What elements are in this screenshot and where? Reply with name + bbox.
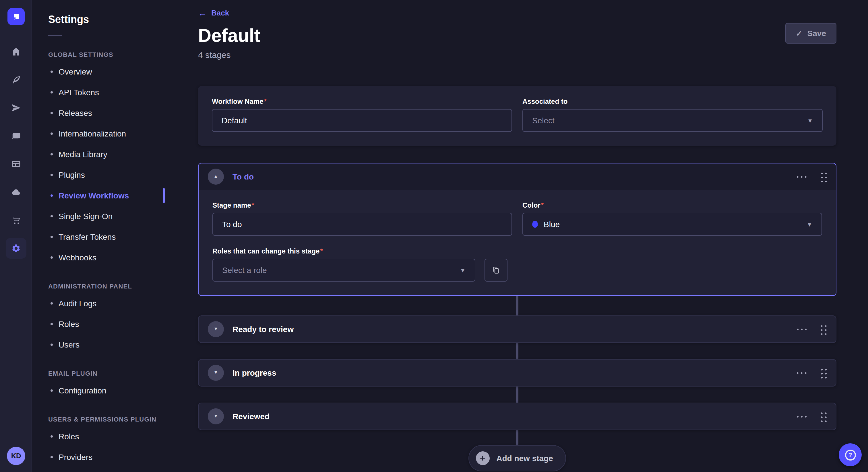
label-text: Roles that can change this stage xyxy=(212,247,319,255)
page-title: Default xyxy=(198,25,836,46)
help-button[interactable]: ? xyxy=(839,443,862,466)
content-manager-layout-icon[interactable] xyxy=(5,154,26,174)
stage-actions xyxy=(796,367,827,378)
bullet-icon xyxy=(51,236,53,238)
sidebar-item-webhooks[interactable]: Webhooks xyxy=(33,247,165,268)
stage-actions xyxy=(796,171,827,182)
bullet-icon xyxy=(51,256,53,259)
marketplace-cart-icon[interactable] xyxy=(5,210,26,231)
rail-divider xyxy=(0,33,32,33)
save-button[interactable]: ✓ Save xyxy=(786,23,836,43)
bullet-icon xyxy=(51,71,53,73)
stage-color-select[interactable]: Blue ▼ xyxy=(522,213,822,236)
bullet-icon xyxy=(51,194,53,197)
back-link[interactable]: ← Back xyxy=(198,8,229,18)
blue-color-dot-icon xyxy=(532,221,538,228)
stage-name-field: Stage name* xyxy=(212,201,512,236)
drag-handle-icon[interactable] xyxy=(820,171,827,182)
select-placeholder: Select xyxy=(532,116,803,125)
sidebar-item-up-providers[interactable]: Providers xyxy=(33,447,165,467)
drag-handle-icon[interactable] xyxy=(820,324,827,335)
stage-title: In progress xyxy=(232,368,796,377)
section-label-global-settings: GLOBAL SETTINGS xyxy=(33,51,165,58)
chevron-up-icon: ▲ xyxy=(214,174,218,179)
select-value: Blue xyxy=(544,220,802,229)
stage-options-menu-icon[interactable] xyxy=(796,371,807,375)
expand-stage-button[interactable]: ▼ xyxy=(208,365,224,381)
sidebar-item-label: Overview xyxy=(59,67,92,76)
home-icon[interactable] xyxy=(5,41,26,62)
expand-stage-button[interactable]: ▼ xyxy=(208,321,224,337)
add-new-stage-button[interactable]: + Add new stage xyxy=(468,445,566,471)
chevron-down-icon: ▼ xyxy=(807,117,813,124)
stage-options-menu-icon[interactable] xyxy=(796,327,807,331)
stage-options-menu-icon[interactable] xyxy=(796,414,807,418)
sidebar-item-label: API Tokens xyxy=(59,88,99,97)
content-builder-feather-icon[interactable] xyxy=(5,69,26,90)
sidebar-item-up-roles[interactable]: Roles xyxy=(33,426,165,447)
sidebar-item-media-library[interactable]: Media Library xyxy=(33,144,165,165)
sidebar-item-label: Roles xyxy=(59,319,79,329)
associated-to-label: Associated to xyxy=(522,98,823,105)
collapse-stage-button[interactable]: ▲ xyxy=(208,169,224,185)
page-header: Default 4 stages ✓ Save xyxy=(198,25,836,60)
sidebar-item-label: Roles xyxy=(59,432,79,441)
stage-title: Reviewed xyxy=(232,412,796,421)
send-plane-icon[interactable] xyxy=(5,98,26,118)
drag-handle-icon[interactable] xyxy=(820,367,827,378)
cloud-icon[interactable] xyxy=(5,182,26,202)
bullet-icon xyxy=(51,91,53,94)
duplicate-stage-button[interactable] xyxy=(485,259,507,281)
workflow-name-input[interactable] xyxy=(212,109,512,132)
section-label-email-plugin: EMAIL PLUGIN xyxy=(33,370,165,377)
sidebar-item-admin-roles[interactable]: Roles xyxy=(33,314,165,334)
stage-roles-field: Roles that can change this stage* Select… xyxy=(212,247,512,281)
sidebar-item-releases[interactable]: Releases xyxy=(33,103,165,123)
expand-stage-button[interactable]: ▼ xyxy=(208,408,224,425)
stage-card-in-progress[interactable]: ▼ In progress xyxy=(198,359,836,386)
sidebar-item-transfer-tokens[interactable]: Transfer Tokens xyxy=(33,227,165,247)
stage-roles-select[interactable]: Select a role ▼ xyxy=(212,259,475,281)
plus-icon: + xyxy=(476,451,489,465)
section-label-users-permissions-plugin: USERS & PERMISSIONS PLUGIN xyxy=(33,416,165,423)
user-avatar[interactable]: KD xyxy=(7,447,25,465)
label-text: Color xyxy=(522,201,540,209)
drag-handle-icon[interactable] xyxy=(820,411,827,422)
stage-color-label: Color* xyxy=(522,201,822,209)
question-mark-icon: ? xyxy=(845,449,856,460)
rail-icon-list xyxy=(5,41,26,259)
sidebar-item-users[interactable]: Users xyxy=(33,334,165,355)
stage-color-field: Color* Blue ▼ xyxy=(522,201,822,236)
sidebar-item-overview[interactable]: Overview xyxy=(33,61,165,82)
sidebar-item-plugins[interactable]: Plugins xyxy=(33,165,165,185)
stage-actions xyxy=(796,324,827,335)
settings-gear-icon[interactable] xyxy=(5,238,26,259)
stage-header-to-do[interactable]: ▲ To do xyxy=(198,164,836,190)
sidebar-item-audit-logs[interactable]: Audit Logs xyxy=(33,293,165,314)
required-mark: * xyxy=(541,201,544,209)
stage-card-ready-to-review[interactable]: ▼ Ready to review xyxy=(198,315,836,343)
sidebar-item-internationalization[interactable]: Internationalization xyxy=(33,123,165,144)
sidebar-item-single-sign-on[interactable]: Single Sign-On xyxy=(33,206,165,227)
title-underline xyxy=(48,35,62,36)
stage-name-input[interactable] xyxy=(212,213,512,236)
stages-list: ▲ To do Stage name* xyxy=(198,163,836,471)
stage-count: 4 stages xyxy=(198,50,836,60)
bullet-icon xyxy=(51,112,53,114)
label-text: Workflow Name xyxy=(212,98,264,105)
sidebar-item-email-configuration[interactable]: Configuration xyxy=(33,380,165,401)
required-mark: * xyxy=(320,247,322,255)
strapi-logo[interactable] xyxy=(7,8,24,25)
sidebar-item-review-workflows[interactable]: Review Workflows xyxy=(33,185,165,206)
required-mark: * xyxy=(252,201,254,209)
workflow-form-card: Workflow Name* Associated to Select ▼ xyxy=(198,86,836,146)
nav-list-users-permissions: Roles Providers xyxy=(33,426,165,467)
associated-to-select[interactable]: Select ▼ xyxy=(522,109,823,132)
stage-card-reviewed[interactable]: ▼ Reviewed xyxy=(198,403,836,430)
stage-title: To do xyxy=(232,172,796,181)
stage-options-menu-icon[interactable] xyxy=(796,175,807,179)
media-library-icon[interactable] xyxy=(5,126,26,146)
sidebar-item-label: Media Library xyxy=(59,150,107,159)
sidebar-item-api-tokens[interactable]: API Tokens xyxy=(33,82,165,103)
sidebar-item-label: Webhooks xyxy=(59,253,96,262)
